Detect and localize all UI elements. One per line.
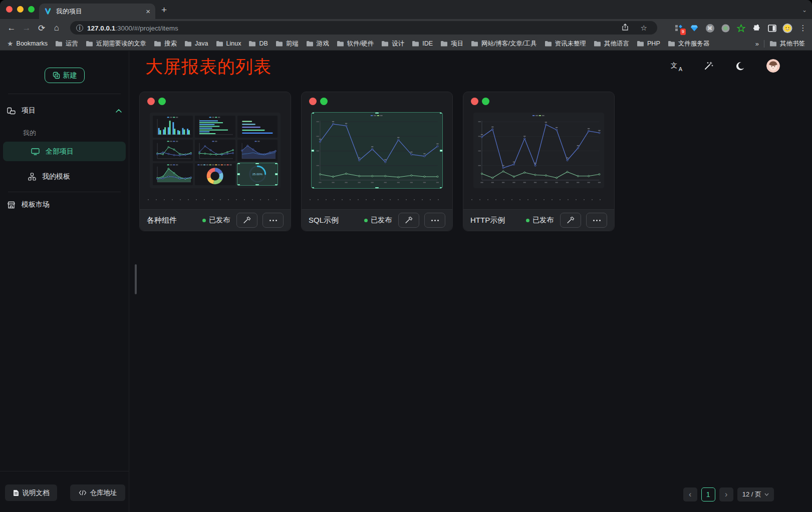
next-page-button[interactable]: › [719,487,733,501]
project-card-sql[interactable]: SQL示例 已发布 [301,92,453,231]
bookmark-folder-label: 其他语言 [604,40,629,48]
ellipsis-icon [593,220,601,221]
bookmark-folder[interactable]: 游戏 [306,40,329,48]
extension-cmd-icon[interactable]: ⌘ [705,23,715,33]
bookmark-star-icon[interactable]: ☆ [637,24,651,33]
forward-button[interactable]: → [19,23,34,33]
sidebar-item-all-projects[interactable]: 全部项目 [3,142,126,161]
page-size-select[interactable]: 12 / 页 [737,487,774,501]
bookmark-folder[interactable]: 近期需要读的文章 [86,40,146,48]
bookmark-folder[interactable]: 设计 [381,40,404,48]
bookmark-folder[interactable]: Java [184,40,208,48]
current-page-button[interactable]: 1 [701,487,715,501]
selected-widget: 25.00% [237,163,278,185]
edit-hammer-button[interactable] [236,213,257,228]
bookmark-folder-label: 近期需要读的文章 [96,40,146,48]
extension-star-icon[interactable] [736,23,746,33]
bookmarks-label: Bookmarks [17,40,48,47]
more-actions-button[interactable] [424,213,445,228]
new-tab-button[interactable]: + [161,5,167,15]
docs-button[interactable]: 说明文档 [5,484,57,501]
bookmark-folder[interactable]: 其他语言 [594,40,629,48]
browser-tab[interactable]: 我的项目 × [39,4,155,19]
other-bookmarks-folder[interactable]: 其他书签 [769,40,805,48]
bookmark-folder-label: 运营 [66,40,78,48]
bookmark-folder[interactable]: 运营 [55,40,78,48]
card-traffic-dots [309,98,328,105]
extensions-puzzle-icon[interactable] [751,23,761,33]
project-card-http[interactable]: HTTP示例 已发布 [463,92,615,231]
macos-zoom-button[interactable] [28,6,35,13]
ellipsis-icon [269,220,277,221]
extension-recorder-icon[interactable] [720,23,730,33]
chrome-menu-icon[interactable]: ⋮ [798,23,808,33]
status-badge: 已发布 [526,216,554,225]
bookmarks-manager-item[interactable]: ★ Bookmarks [7,40,48,48]
mini-line-chart [153,140,193,162]
side-panel-icon[interactable] [767,23,777,33]
bookmark-folder[interactable]: 搜索 [154,40,177,48]
tab-search-icon[interactable]: ⌄ [802,7,807,14]
profile-avatar-icon[interactable] [782,23,792,33]
bookmark-folder[interactable]: 文件服务器 [668,40,710,48]
bookmark-folder[interactable]: 前端 [276,40,299,48]
tab-close-icon[interactable]: × [146,8,150,15]
card-preview [473,113,604,188]
macos-close-button[interactable] [6,6,13,13]
bookmark-folder[interactable]: 资讯未整理 [545,40,587,48]
bookmark-folder[interactable]: DB [248,40,267,48]
bookmark-folder[interactable]: 项目 [440,40,463,48]
edit-hammer-button[interactable] [398,213,419,228]
bookmark-folder[interactable]: PHP [637,40,660,48]
bookmarks-overflow-icon[interactable]: » [755,40,759,48]
sidebar-item-my-templates[interactable]: 我的模板 [0,167,129,186]
prev-page-button[interactable]: ‹ [683,487,697,501]
extension-grid-icon[interactable]: 9 [674,23,684,33]
template-icon [28,173,36,181]
extension-gem-icon[interactable] [689,23,699,33]
more-actions-button[interactable] [262,213,284,228]
sql-line-chart [312,113,442,188]
chevron-up-icon[interactable] [116,109,122,113]
folder-icon [86,41,93,47]
project-card-widgets[interactable]: 25.00% 各种组件 已发布 [139,92,291,231]
dark-mode-moon-icon[interactable] [734,60,746,72]
more-actions-button[interactable] [586,213,607,228]
macos-minimize-button[interactable] [17,6,24,13]
user-avatar[interactable] [766,59,780,73]
card-traffic-dots [471,98,489,105]
url-path: :3000/#/project/items [115,25,178,32]
sidebar-item-template-market[interactable]: 模板市场 [0,195,129,214]
folder-icon [440,41,448,47]
bookmark-folder[interactable]: IDE [412,40,433,48]
card-preview-selected [312,113,442,188]
card-title: 各种组件 [147,216,177,225]
monitor-icon [31,148,40,155]
red-dot [471,98,478,105]
bookmark-folder[interactable]: 网站/博客/文章/工具 [471,40,536,48]
share-icon[interactable] [618,24,633,33]
sidebar-group-mine: 我的 [0,124,129,143]
bookmark-folder-label: Linux [226,40,241,47]
new-project-button[interactable]: 新建 [45,68,85,83]
magic-wand-icon[interactable] [702,60,714,72]
bookmark-folder-label: 游戏 [317,40,329,48]
bookmark-folder[interactable]: Linux [216,40,241,48]
folder-icon [306,41,314,47]
repo-button[interactable]: 仓库地址 [70,484,125,501]
sidebar: 新建 项目 我的 [0,51,129,512]
home-button[interactable]: ⌂ [49,23,64,33]
browser-window: 我的项目 × + ⌄ ← → ⟳ ⌂ i 127.0.0.1:3000/#/pr… [0,0,812,512]
site-info-icon[interactable]: i [76,25,83,32]
red-dot [309,98,317,105]
bookmark-folder[interactable]: 软件/硬件 [337,40,374,48]
reload-button[interactable]: ⟳ [34,23,49,34]
bookmark-folder-label: 资讯未整理 [555,40,587,48]
chevron-down-icon [764,493,769,496]
edit-hammer-button[interactable] [560,213,581,228]
language-icon[interactable]: 文A [670,60,682,72]
ellipsis-icon [431,220,439,221]
sidebar-section-project[interactable]: 项目 [0,101,129,120]
address-bar[interactable]: i 127.0.0.1:3000/#/project/items ☆ [70,21,657,35]
back-button[interactable]: ← [4,23,19,33]
